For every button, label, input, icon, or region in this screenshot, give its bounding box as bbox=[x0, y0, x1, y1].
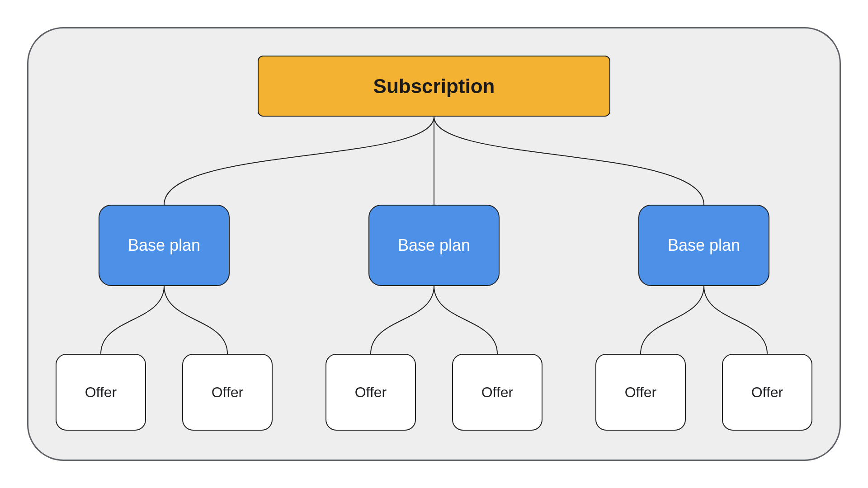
offer-node: Offer bbox=[326, 354, 416, 431]
offer-label: Offer bbox=[481, 384, 514, 401]
offer-node: Offer bbox=[595, 354, 686, 431]
baseplan-label: Base plan bbox=[128, 236, 200, 255]
subscription-node: Subscription bbox=[258, 56, 610, 117]
offer-label: Offer bbox=[355, 384, 387, 401]
baseplan-node: Base plan bbox=[638, 205, 769, 286]
offer-node: Offer bbox=[452, 354, 542, 431]
diagram-frame: Subscription Base plan Base plan Base pl… bbox=[27, 27, 841, 461]
baseplan-node: Base plan bbox=[99, 205, 230, 286]
offer-node: Offer bbox=[182, 354, 273, 431]
offer-node: Offer bbox=[56, 354, 146, 431]
subscription-label: Subscription bbox=[373, 75, 495, 98]
offer-node: Offer bbox=[722, 354, 812, 431]
offer-label: Offer bbox=[751, 384, 783, 401]
baseplan-node: Base plan bbox=[368, 205, 500, 286]
offer-label: Offer bbox=[85, 384, 117, 401]
offer-label: Offer bbox=[212, 384, 244, 401]
baseplan-label: Base plan bbox=[668, 236, 740, 255]
offer-label: Offer bbox=[625, 384, 657, 401]
baseplan-label: Base plan bbox=[398, 236, 470, 255]
